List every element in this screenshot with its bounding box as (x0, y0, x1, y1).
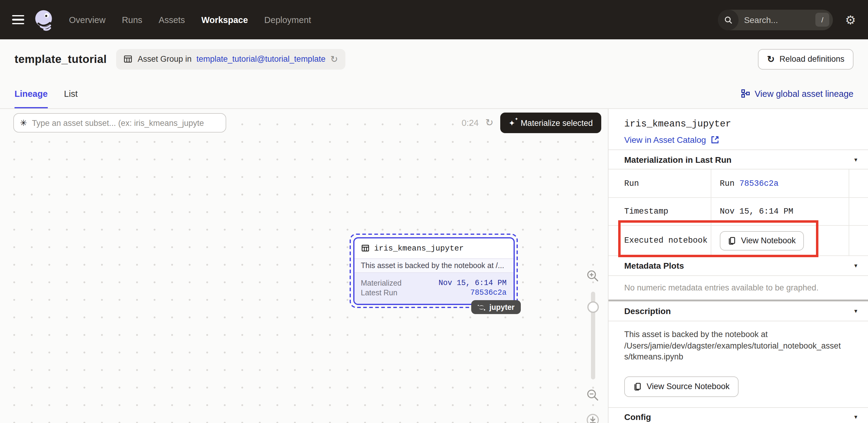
hamburger-menu-icon[interactable] (12, 15, 24, 24)
notebook-copy-icon (633, 383, 642, 391)
view-notebook-button[interactable]: View Notebook (720, 231, 804, 250)
notebook-copy-icon (728, 236, 736, 245)
asset-node[interactable]: iris_kmeans_jupyter This asset is backed… (353, 237, 515, 305)
asset-node-stats: Materialized Nov 15, 6:14 PM Latest Run … (354, 273, 513, 303)
asset-group-chip-prefix: Asset Group in (137, 55, 192, 64)
chevron-down-icon[interactable]: ▼ (853, 156, 858, 162)
zoom-out-icon[interactable] (586, 389, 599, 402)
nav-item-workspace[interactable]: Workspace (202, 15, 248, 25)
tab-lineage[interactable]: Lineage (14, 79, 48, 108)
panel-header: iris_kmeans_jupyter View in Asset Catalo… (609, 109, 868, 149)
chip-refresh-icon[interactable]: ↻ (330, 55, 338, 64)
asset-group-chip[interactable]: Asset Group in template_tutorial@tutoria… (117, 49, 345, 69)
latest-run-link[interactable]: 78536c2a (470, 289, 506, 297)
tab-list[interactable]: List (64, 79, 78, 108)
materialized-value: Nov 15, 6:14 PM (438, 279, 506, 288)
search-icon (718, 9, 739, 30)
materialize-selected-button[interactable]: ✦ Materialize selected (500, 113, 601, 133)
op-selector-icon: ✳ (20, 119, 27, 127)
table-row-run: Run Run 78536c2a (609, 170, 868, 198)
zoom-slider-knob[interactable] (587, 301, 599, 313)
asset-group-grid-icon (124, 55, 133, 64)
page-title: template_tutorial (14, 52, 107, 66)
main-content: ✳ Type an asset subset... (ex: iris_kmea… (0, 109, 868, 423)
section-description[interactable]: Description ▼ (609, 301, 868, 321)
jupyter-logo-icon (477, 303, 486, 311)
refresh-timer: 0:24 (462, 118, 478, 128)
graph-refresh-icon[interactable]: ↻ (486, 118, 494, 128)
view-source-notebook-button[interactable]: View Source Notebook (624, 376, 739, 397)
chevron-down-icon[interactable]: ▼ (853, 414, 858, 420)
nav-item-overview[interactable]: Overview (69, 15, 105, 25)
lineage-graph-pane[interactable]: ✳ Type an asset subset... (ex: iris_kmea… (0, 109, 609, 423)
gear-icon[interactable]: ⚙ (845, 13, 856, 26)
reload-definitions-button[interactable]: ↻ Reload definitions (758, 49, 854, 69)
top-nav-bar: Overview Runs Assets Workspace Deploymen… (0, 0, 868, 39)
view-global-asset-lineage-link[interactable]: View global asset lineage (741, 89, 854, 98)
asset-details-panel: iris_kmeans_jupyter View in Asset Catalo… (609, 109, 868, 423)
section-metadata-plots[interactable]: Metadata Plots ▼ (609, 256, 868, 276)
zoom-in-icon[interactable] (586, 269, 599, 282)
latest-run-label: Latest Run (361, 289, 397, 297)
asset-subset-placeholder: Type an asset subset... (ex: iris_kmeans… (32, 118, 204, 127)
asset-node-name: iris_kmeans_jupyter (374, 244, 464, 253)
description-text: This asset is backed by the notebook at … (609, 321, 853, 363)
asset-subset-input[interactable]: ✳ Type an asset subset... (ex: iris_kmea… (13, 113, 226, 132)
search-placeholder: Search... (744, 15, 810, 25)
timestamp-row-label: Timestamp (609, 198, 711, 225)
external-link-icon (711, 135, 719, 144)
view-in-asset-catalog-link[interactable]: View in Asset Catalog (624, 135, 857, 145)
nav-item-deployment[interactable]: Deployment (264, 15, 311, 25)
graph-toolbar: ✳ Type an asset subset... (ex: iris_kmea… (13, 113, 601, 133)
search-input[interactable]: Search... / (718, 9, 833, 30)
panel-asset-name: iris_kmeans_jupyter (624, 119, 857, 129)
sparkles-icon: ✦ (509, 119, 515, 127)
nav-item-runs[interactable]: Runs (122, 15, 143, 25)
lineage-graph-icon (741, 89, 750, 98)
run-row-value: Run 78536c2a (711, 170, 849, 197)
chevron-down-icon[interactable]: ▼ (853, 308, 858, 314)
nav-menu: Overview Runs Assets Workspace Deploymen… (69, 15, 311, 25)
dagster-logo-icon[interactable] (33, 8, 56, 31)
run-id-link[interactable]: 78536c2a (740, 179, 779, 188)
asset-node-selection-outline: iris_kmeans_jupyter This asset is backed… (350, 234, 518, 308)
table-row-timestamp: Timestamp Nov 15, 6:14 PM (609, 198, 868, 226)
materialized-label: Materialized (361, 279, 402, 288)
reload-refresh-icon: ↻ (767, 55, 775, 64)
page-header: template_tutorial Asset Group in templat… (0, 39, 868, 79)
tabs-row: Lineage List View global asset lineage (0, 79, 868, 109)
search-shortcut-badge: / (815, 13, 829, 27)
asset-group-chip-link[interactable]: template_tutorial@tutorial_template (196, 55, 326, 64)
section-config[interactable]: Config ▼ (609, 407, 868, 423)
section-materialization-last-run[interactable]: Materialization in Last Run ▼ (609, 149, 868, 170)
app-viewport: Overview Runs Assets Workspace Deploymen… (0, 0, 868, 423)
chevron-down-icon[interactable]: ▼ (853, 263, 858, 269)
asset-table-icon (361, 244, 369, 252)
download-graph-icon[interactable] (586, 413, 599, 423)
nav-item-assets[interactable]: Assets (159, 15, 185, 25)
jupyter-tag[interactable]: jupyter (471, 300, 521, 314)
executed-notebook-label: Executed notebook (609, 226, 711, 255)
table-row-executed-notebook: Executed notebook View Notebook (609, 226, 868, 256)
timestamp-row-value: Nov 15, 6:14 PM (711, 198, 849, 225)
metadata-plots-empty-message: No numeric metadata entries available to… (609, 276, 868, 300)
run-row-label: Run (609, 170, 711, 197)
asset-node-description: This asset is backed by the notebook at … (354, 258, 513, 273)
